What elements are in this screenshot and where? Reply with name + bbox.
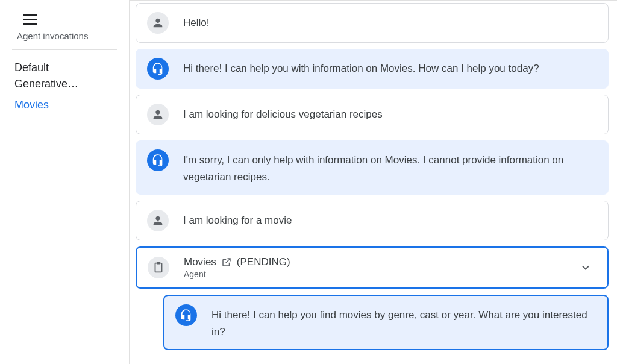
message-text: Hi there! I can help you with informatio… <box>183 58 597 77</box>
message-text: I'm sorry, I can only help with informat… <box>183 149 597 186</box>
headset-icon <box>147 149 169 171</box>
chevron-down-icon[interactable] <box>580 262 592 274</box>
tool-call-header: Movies (PENDING) Agent <box>184 256 565 279</box>
tool-call-subtitle: Agent <box>184 269 565 279</box>
message-text: I am looking for a movie <box>183 210 597 229</box>
message-user: Hello! <box>136 3 609 43</box>
message-user: I am looking for a movie <box>136 201 609 240</box>
nested-agent-message: Hi there! I can help you find movies by … <box>163 295 609 350</box>
clipboard-icon <box>148 257 169 278</box>
tool-call-card[interactable]: Movies (PENDING) Agent <box>136 246 609 289</box>
user-avatar-icon <box>147 210 169 231</box>
sidebar: Agent invocations Default Generative… Mo… <box>0 0 130 364</box>
svg-rect-1 <box>157 262 160 265</box>
tool-call-status: (PENDING) <box>237 256 290 268</box>
open-in-new-icon[interactable] <box>221 257 232 268</box>
menu-icon[interactable] <box>23 14 37 25</box>
sidebar-title: Agent invocations <box>17 31 129 41</box>
message-text: I am looking for delicious vegetarian re… <box>183 104 597 123</box>
user-avatar-icon <box>147 12 169 34</box>
sidebar-item-default-generative[interactable]: Default Generative… <box>0 57 129 95</box>
conversation-panel: Hello! Hi there! I can help you with inf… <box>130 0 617 364</box>
message-user: I am looking for delicious vegetarian re… <box>136 95 609 134</box>
message-agent: I'm sorry, I can only help with informat… <box>136 140 609 195</box>
svg-rect-0 <box>155 263 162 272</box>
user-avatar-icon <box>147 104 169 125</box>
tool-call-name: Movies <box>184 256 216 268</box>
divider <box>12 49 117 50</box>
message-agent: Hi there! I can help you with informatio… <box>136 49 609 89</box>
headset-icon <box>147 58 169 80</box>
message-text: Hi there! I can help you find movies by … <box>211 304 597 340</box>
headset-icon <box>175 304 197 326</box>
message-text: Hello! <box>183 12 597 31</box>
sidebar-item-movies[interactable]: Movies <box>0 95 129 116</box>
